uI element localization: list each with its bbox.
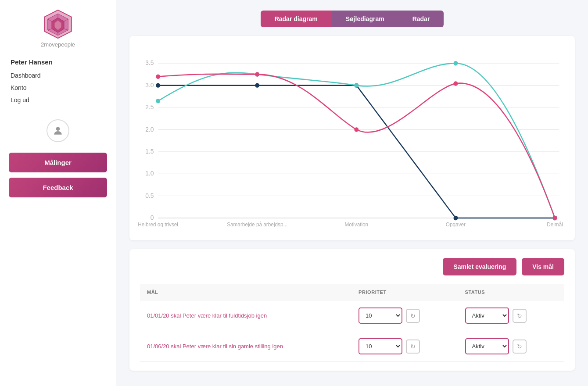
svg-text:Motivation: Motivation (344, 222, 368, 227)
goal-1-priority-select[interactable]: 10987 6543 21 (359, 307, 402, 324)
svg-point-46 (454, 81, 458, 86)
goal-1-priority-cell: 10987 6543 21 ↻ (351, 300, 458, 331)
tab-bar: Radar diagram Søjlediagram Radar (129, 11, 575, 27)
tab-radar[interactable]: Radar (398, 11, 444, 27)
svg-text:2.0: 2.0 (145, 125, 154, 133)
chart-inner: .grid-line { stroke: #e8e8e8; stroke-wid… (136, 43, 568, 227)
svg-text:0.5: 0.5 (145, 192, 154, 199)
goal-2-priority-select[interactable]: 10987 6543 21 (359, 338, 402, 354)
table-header-maal: MÅL (140, 284, 351, 300)
maalinger-button[interactable]: Målinger (9, 153, 107, 172)
goal-1-status-refresh[interactable]: ↻ (513, 309, 527, 323)
svg-text:3.5: 3.5 (145, 59, 154, 67)
line-chart: .grid-line { stroke: #e8e8e8; stroke-wid… (136, 43, 568, 227)
table-header-prioritet: PRIORITET (351, 284, 458, 300)
svg-point-47 (553, 216, 557, 221)
svg-point-10 (56, 127, 60, 131)
logo-area: 2movepeople (40, 9, 75, 48)
svg-text:Helbred og trivsel: Helbred og trivsel (138, 222, 178, 227)
svg-text:0: 0 (151, 214, 154, 222)
goal-2-status-refresh[interactable]: ↻ (513, 340, 527, 354)
svg-text:Opgaver: Opgaver (446, 222, 466, 227)
goal-2-status-select[interactable]: AktivInaktivAfsluttet (465, 338, 509, 354)
svg-point-36 (454, 216, 458, 221)
svg-point-45 (354, 127, 359, 132)
logo-text: 2movepeople (41, 41, 75, 48)
svg-point-38 (156, 99, 160, 104)
avatar[interactable] (47, 119, 69, 142)
svg-point-41 (454, 61, 458, 66)
goal-1-name[interactable]: 01/01/20 skal Peter være klar til fuldti… (140, 300, 351, 331)
tab-radar-diagram[interactable]: Radar diagram (261, 11, 332, 27)
svg-text:1.5: 1.5 (145, 148, 154, 155)
svg-point-43 (156, 74, 160, 79)
goals-table: MÅL PRIORITET STATUS 01/01/20 skal Peter… (140, 284, 564, 362)
svg-point-34 (255, 83, 259, 88)
svg-text:Delmål: Delmål (547, 222, 563, 227)
action-buttons: Samlet evaluering Vis mål (140, 258, 564, 275)
svg-point-40 (354, 83, 359, 88)
goal-2-name[interactable]: 01/06/20 skal Peter være klar til sin ga… (140, 331, 351, 362)
goal-2-status-cell: AktivInaktivAfsluttet ↻ (458, 331, 564, 362)
table-header-status: STATUS (458, 284, 564, 300)
nav-links: Dashboard Konto Log ud (9, 69, 107, 106)
goal-1-priority-refresh[interactable]: ↻ (406, 309, 420, 323)
svg-point-33 (156, 83, 160, 88)
bottom-section: Samlet evaluering Vis mål MÅL PRIORITET … (129, 249, 575, 371)
user-name: Peter Hansen (9, 58, 107, 66)
vis-maal-button[interactable]: Vis mål (522, 258, 564, 275)
samlet-evaluering-button[interactable]: Samlet evaluering (443, 258, 516, 275)
svg-text:Samarbejde på arbejdsp...: Samarbejde på arbejdsp... (227, 222, 287, 227)
goal-2-priority-cell: 10987 6543 21 ↻ (351, 331, 458, 362)
goal-1-status-cell: AktivInaktivAfsluttet ↻ (458, 300, 564, 331)
feedback-button[interactable]: Feedback (9, 178, 107, 197)
logo-icon (40, 9, 75, 39)
svg-text:2.5: 2.5 (145, 104, 154, 111)
table-row: 01/06/20 skal Peter være klar til sin ga… (140, 331, 564, 362)
nav-log-ud[interactable]: Log ud (9, 94, 107, 106)
goal-2-priority-refresh[interactable]: ↻ (406, 340, 420, 354)
svg-text:1.0: 1.0 (145, 170, 154, 177)
nav-dashboard[interactable]: Dashboard (9, 69, 107, 82)
sidebar: 2movepeople Peter Hansen Dashboard Konto… (0, 0, 116, 386)
table-row: 01/01/20 skal Peter være klar til fuldti… (140, 300, 564, 331)
main-content: Radar diagram Søjlediagram Radar .grid-l… (116, 0, 588, 386)
svg-text:3.0: 3.0 (145, 81, 154, 89)
svg-point-44 (255, 72, 259, 77)
nav-konto[interactable]: Konto (9, 82, 107, 94)
tab-soejlediagram[interactable]: Søjlediagram (332, 11, 398, 27)
goal-1-status-select[interactable]: AktivInaktivAfsluttet (465, 307, 509, 324)
chart-container: .grid-line { stroke: #e8e8e8; stroke-wid… (129, 36, 575, 240)
